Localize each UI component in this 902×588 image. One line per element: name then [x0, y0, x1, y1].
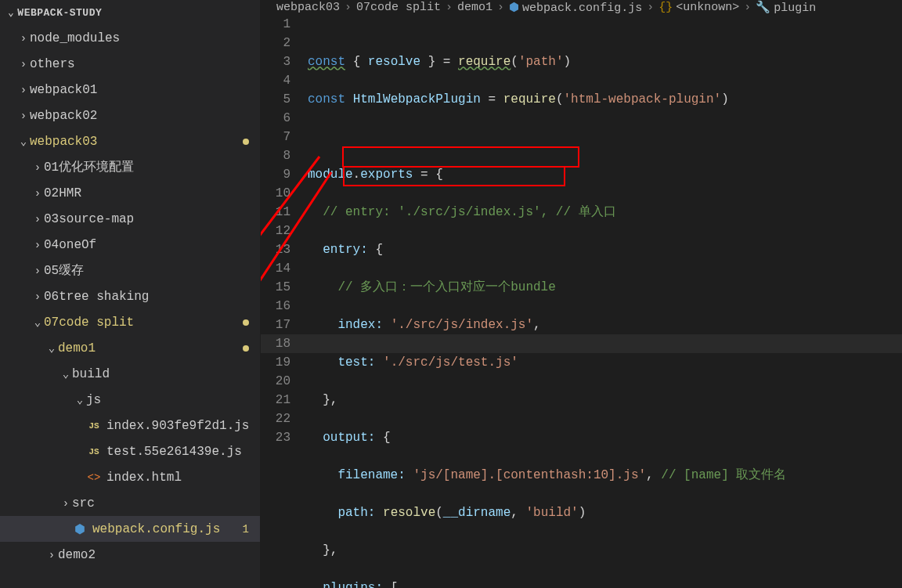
tree-item-demo2[interactable]: ›demo2 — [0, 542, 260, 568]
line-number: 18 — [261, 334, 290, 353]
tree-item-webpack03[interactable]: ⌄webpack03 — [0, 128, 260, 154]
breadcrumb-item[interactable]: demo1 — [457, 1, 492, 14]
line-number: 23 — [261, 428, 290, 447]
tree-item-label: demo1 — [58, 341, 96, 355]
breadcrumb-item[interactable]: webpack03 — [276, 1, 340, 14]
explorer-header[interactable]: ⌄ WEBPACK-STUDY — [0, 0, 260, 25]
breadcrumb-label: demo1 — [457, 1, 492, 14]
breadcrumb-icon: ⬢ — [509, 2, 519, 15]
tree-item-02hmr[interactable]: ›02HMR — [0, 180, 260, 206]
chevron-icon: › — [17, 58, 30, 70]
tree-item-07code-split[interactable]: ⌄07code split — [0, 309, 260, 335]
tree-item-demo1[interactable]: ⌄demo1 — [0, 335, 260, 361]
tree-item-label: webpack02 — [30, 109, 97, 123]
tree-item-index-903fe9f2d1-js[interactable]: JSindex.903fe9f2d1.js — [0, 413, 260, 438]
tree-item-node-modules[interactable]: ›node_modules — [0, 25, 260, 51]
chevron-icon: › — [31, 239, 44, 251]
tree-item-test-55e261439e-js[interactable]: JStest.55e261439e.js — [0, 438, 260, 464]
code-editor[interactable]: 1234567891011121314151617181920212223 co… — [261, 15, 902, 588]
line-number: 17 — [261, 316, 290, 334]
breadcrumb-item[interactable]: ⬢webpack.config.js — [509, 0, 642, 15]
line-number: 15 — [261, 278, 290, 297]
breadcrumb-icon: {} — [658, 1, 673, 14]
tree-item-01-[interactable]: ›01优化环境配置 — [0, 154, 260, 180]
line-number: 4 — [261, 71, 290, 90]
line-number: 3 — [261, 52, 290, 71]
chevron-icon: ⌄ — [60, 367, 72, 381]
chevron-icon: › — [31, 265, 44, 277]
line-number: 7 — [261, 128, 290, 146]
tree-item-label: index.html — [106, 471, 182, 485]
line-number: 11 — [261, 203, 290, 222]
chevron-icon: ⌄ — [74, 393, 86, 406]
file-tree: ›node_modules›others›webpack01›webpack02… — [0, 25, 260, 588]
tree-item-06tree-shaking[interactable]: ›06tree shaking — [0, 283, 260, 309]
breadcrumb-separator: › — [647, 1, 654, 14]
line-number: 8 — [261, 146, 290, 165]
breadcrumb-item[interactable]: {}<unknown> — [658, 1, 739, 14]
annotation-redbox — [342, 146, 579, 168]
tree-item-index-html[interactable]: <>index.html — [0, 464, 260, 490]
chevron-icon: › — [60, 497, 72, 510]
line-number: 19 — [261, 353, 290, 372]
chevron-icon: › — [31, 161, 44, 174]
line-number: 5 — [261, 90, 290, 109]
tree-item-label: 06tree shaking — [44, 290, 149, 304]
tree-item-label: test.55e261439e.js — [106, 445, 242, 459]
explorer-sidebar: ⌄ WEBPACK-STUDY ›node_modules›others›web… — [0, 0, 261, 588]
line-number: 12 — [261, 222, 290, 240]
tree-item-label: 02HMR — [44, 186, 81, 200]
breadcrumb-item[interactable]: 07code split — [356, 1, 441, 14]
line-number: 20 — [261, 372, 290, 391]
tree-item-label: build — [72, 367, 110, 381]
line-number: 14 — [261, 259, 290, 278]
project-title: WEBPACK-STUDY — [17, 7, 102, 19]
chevron-icon: › — [17, 84, 30, 96]
breadcrumb-label: 07code split — [356, 1, 441, 14]
breadcrumb-label: webpack03 — [276, 1, 340, 14]
tree-item-label: 05缓存 — [44, 262, 84, 279]
breadcrumb-item[interactable]: 🔧plugin — [756, 0, 816, 15]
editor-area: webpack03›07code split›demo1›⬢webpack.co… — [261, 0, 902, 588]
breadcrumb-label: plugin — [774, 2, 816, 15]
line-number: 22 — [261, 409, 290, 428]
chevron-icon: › — [45, 549, 58, 561]
tree-item-label: index.903fe9f2d1.js — [106, 419, 249, 433]
file-icon: <> — [86, 471, 102, 484]
tree-item-label: webpack.config.js — [92, 522, 220, 536]
line-number: 16 — [261, 297, 290, 316]
chevron-icon: ⌄ — [31, 316, 44, 329]
chevron-down-icon: ⌄ — [8, 6, 14, 19]
chevron-icon: ⌄ — [45, 341, 58, 355]
tree-item-js[interactable]: ⌄js — [0, 387, 260, 413]
tree-item-label: others — [30, 57, 75, 71]
breadcrumb-label: webpack.config.js — [522, 2, 642, 15]
line-gutter: 1234567891011121314151617181920212223 — [261, 15, 308, 588]
tree-item-build[interactable]: ⌄build — [0, 361, 260, 387]
breadcrumb-separator: › — [497, 1, 504, 14]
breadcrumb-separator: › — [446, 1, 453, 14]
tree-item-webpack01[interactable]: ›webpack01 — [0, 77, 260, 103]
tree-item-label: webpack01 — [30, 83, 97, 97]
tree-item-src[interactable]: ›src — [0, 490, 260, 516]
tree-item-05-[interactable]: ›05缓存 — [0, 258, 260, 283]
file-icon: ⬢ — [72, 521, 88, 537]
code-content[interactable]: const { resolve } = require('path') cons… — [308, 15, 902, 588]
tree-item-04oneof[interactable]: ›04oneOf — [0, 232, 260, 258]
tree-item-label: src — [72, 496, 95, 510]
tree-item-others[interactable]: ›others — [0, 51, 260, 77]
chevron-icon: › — [17, 110, 30, 122]
breadcrumb-separator: › — [744, 1, 751, 14]
chevron-icon: › — [31, 187, 44, 200]
tree-item-03source-map[interactable]: ›03source-map — [0, 206, 260, 232]
tree-item-webpack-config-js[interactable]: ⬢webpack.config.js1 — [0, 516, 260, 542]
chevron-icon: › — [17, 32, 30, 45]
tree-item-label: webpack03 — [30, 135, 97, 149]
modified-dot-icon — [243, 139, 249, 145]
tree-item-webpack02[interactable]: ›webpack02 — [0, 103, 260, 128]
modified-dot-icon — [243, 345, 249, 352]
file-icon: JS — [86, 447, 102, 456]
breadcrumb[interactable]: webpack03›07code split›demo1›⬢webpack.co… — [261, 0, 902, 15]
line-number: 9 — [261, 165, 290, 184]
tree-item-label: 03source-map — [44, 212, 134, 226]
